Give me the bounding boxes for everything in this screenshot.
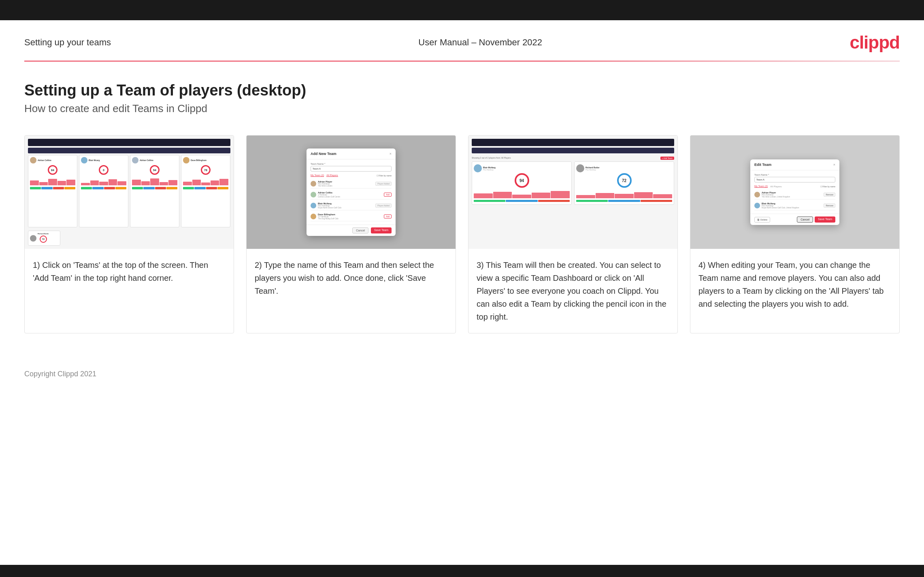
ss3-pc-1: Blair McHarg Plus Handicap 94 <box>472 161 572 205</box>
header-logo-container: clippd <box>849 32 900 53</box>
ss1-avatar-3 <box>132 157 138 163</box>
ss3-cb-row-2 <box>576 200 672 202</box>
ss1-bar <box>57 181 66 185</box>
ss3-pc-2: Richard Butler Plus Handicap 72 <box>574 161 674 205</box>
ss4-p2-remove-button[interactable]: Remove <box>824 204 835 208</box>
ss1-cb <box>41 187 52 189</box>
top-bar <box>0 0 924 20</box>
card-3: Showing 2 out of 2 players from: All Pla… <box>468 135 678 333</box>
ss1-cb <box>576 200 608 202</box>
ss4-save-button[interactable]: Save Team <box>815 216 835 223</box>
card-2-text: 2) Type the name of this Team and then s… <box>247 249 456 333</box>
ss2-tab-myteam[interactable]: My Team (2) <box>311 174 324 177</box>
ss1-p4-name: Dave Billingham <box>191 159 207 161</box>
ss1-p3-header: Adrian Collins <box>132 157 177 163</box>
ss4-cancel-button[interactable]: Cancel <box>797 216 813 223</box>
card-1-text: 1) Click on 'Teams' at the top of the sc… <box>25 249 234 333</box>
ss1-bar <box>30 180 39 185</box>
ss1-cb <box>30 187 41 189</box>
ss4-footer: 🗑 Delete Cancel Save Team <box>750 214 839 225</box>
ss2-field-label: Team Name * <box>311 163 392 165</box>
page-subtitle: How to create and edit Teams in Clippd <box>24 102 900 115</box>
ss3-bars-1 <box>474 190 570 198</box>
ss4-p1-remove-button[interactable]: Remove <box>824 193 835 197</box>
ss3-p2-header: Richard Butler Plus Handicap <box>576 164 672 172</box>
ss1-bar <box>81 183 90 185</box>
ss1-cb <box>206 187 217 189</box>
ss4-close-icon[interactable]: × <box>833 163 835 167</box>
ss2-close-icon[interactable]: × <box>390 152 392 156</box>
ss4-tab-myteam[interactable]: My Team (2) <box>754 185 768 188</box>
ss3-b <box>551 191 570 198</box>
ss1-bar <box>211 180 219 185</box>
ss2-body: Team Name * Team A My Team (2) All Playe… <box>307 159 396 225</box>
cards-grid: Adrian Collins 84 <box>24 135 900 333</box>
ss3-p2-detail: Plus Handicap <box>585 169 599 171</box>
ss4-p2-info: Blair McHarg Plus Handicap Royal North D… <box>762 202 822 209</box>
ss3-add-team-btn[interactable]: + Add Team <box>660 157 674 160</box>
ss3-b <box>493 192 512 198</box>
ss1-bottom-strip: Richard Butler 72 <box>28 231 230 246</box>
ss1-bars-4 <box>183 177 228 185</box>
card-4-screenshot: Edit Team × Team Name * Team A My Team (… <box>690 136 899 249</box>
ss1-cb <box>217 187 228 189</box>
ss4-filter: ☐ Filter by name <box>820 185 835 188</box>
ss4-player-row-1: Adrian Player Plus Handicap The Shire Lo… <box>754 190 835 199</box>
clippd-logo: clippd <box>849 32 900 52</box>
main-content: Setting up a Team of players (desktop) H… <box>0 62 924 366</box>
card-1: Adrian Collins 84 <box>24 135 234 333</box>
ss4-tab-allplayers[interactable]: All Players <box>770 185 781 188</box>
ss1-p3-name: Adrian Collins <box>140 159 153 161</box>
header: Setting up your teams User Manual – Nove… <box>0 20 924 61</box>
ss4-p1-info: Adrian Player Plus Handicap The Shire Lo… <box>762 191 822 198</box>
ss2-save-button[interactable]: Save Team <box>371 227 392 233</box>
ss3-p1-detail: Plus Handicap <box>483 169 496 171</box>
ss4-field-input[interactable]: Team A <box>754 177 835 182</box>
ss2-avatar-2 <box>311 192 316 197</box>
ss3-p2-name: Richard Butler <box>585 166 599 169</box>
ss1-content: Adrian Collins 84 <box>28 155 230 227</box>
ss2-p4-detail2: The Dog Maing Golf Club <box>318 218 382 220</box>
ss3-b <box>532 193 551 198</box>
ss3-subnav <box>472 148 674 153</box>
trash-icon: 🗑 <box>757 218 760 221</box>
card-1-screenshot: Adrian Collins 84 <box>25 136 234 249</box>
ss1-cb <box>538 200 570 202</box>
ss1-cb <box>143 187 154 189</box>
ss3-avatar-1 <box>474 164 482 172</box>
ss3-filter-row: Showing 2 out of 2 players from: All Pla… <box>472 157 674 160</box>
ss2-player-row-2: Adrian Coliba 1 Handicap Central London … <box>311 190 392 199</box>
ss4-action-buttons: Cancel Save Team <box>797 216 835 223</box>
ss1-p2-name: Blair Mcarg <box>89 159 100 161</box>
ss1-score-4: 78 <box>201 165 211 175</box>
ss1-bar <box>48 179 57 185</box>
ss1-bar <box>192 180 201 185</box>
ss2-p2-add-button[interactable]: Add <box>384 193 392 197</box>
ss2-avatar-4 <box>311 214 316 219</box>
ss2-field-input[interactable]: Team A <box>311 166 392 172</box>
ss2-cancel-button[interactable]: Cancel <box>352 227 368 233</box>
ss2-p4-add-button[interactable]: Add <box>384 214 392 218</box>
ss1-topbar <box>28 139 230 146</box>
ss2-footer: Cancel Save Team <box>307 225 396 236</box>
ss2-tab-allplayers[interactable]: All Players <box>326 174 338 177</box>
ss4-delete-button[interactable]: 🗑 Delete <box>754 217 770 223</box>
ss2-player-row-3: Blair McHarg Plus Handicap Royal North D… <box>311 201 392 210</box>
ss4-player-list: Adrian Player Plus Handicap The Shire Lo… <box>754 190 835 210</box>
ss1-score-2: 0 <box>99 165 109 175</box>
ss1-bar <box>117 181 126 185</box>
ss1-cb <box>64 187 75 189</box>
ss2-avatar-3 <box>311 203 316 208</box>
ss1-bottom-info: Richard Butler 72 <box>38 233 49 244</box>
ss3-topbar <box>472 139 674 146</box>
card-3-screenshot: Showing 2 out of 2 players from: All Pla… <box>468 136 677 249</box>
ss3-b <box>653 194 672 198</box>
ss2-p2-info: Adrian Coliba 1 Handicap Central London … <box>318 191 382 198</box>
ss1-score-3: 94 <box>150 165 160 175</box>
ss1-bar <box>141 181 150 185</box>
ss2-p1-info: Adrian Player Plus Handicap The Shire Lo… <box>318 180 374 187</box>
ss1-bar <box>201 182 210 185</box>
ss1-bar <box>66 180 75 185</box>
ss3-b <box>474 193 493 198</box>
ss1-bar <box>219 179 228 185</box>
